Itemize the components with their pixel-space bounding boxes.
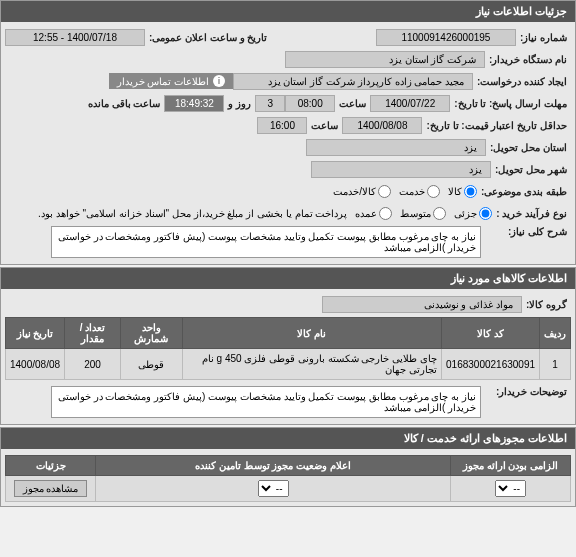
validity-date: 1400/08/08 <box>342 117 422 134</box>
purchase-type-label: نوع فرآیند خرید : <box>492 208 571 219</box>
radio-khadamat-input[interactable] <box>427 185 440 198</box>
col-code: کد کالا <box>442 318 540 349</box>
permit-status-select[interactable]: -- <box>258 480 289 497</box>
items-header: اطلاعات کالاهای مورد نیاز <box>1 268 575 289</box>
radio-omde-input[interactable] <box>379 207 392 220</box>
delivery-state: یزد <box>306 139 486 156</box>
col-qty: تعداد / مقدار <box>65 318 121 349</box>
cell-date: 1400/08/08 <box>6 349 65 380</box>
announce-label: تاریخ و ساعت اعلان عمومی: <box>145 32 271 43</box>
niaz-number-label: شماره نیاز: <box>516 32 571 43</box>
buyer-notes-text: نیاز به چای مرغوب مطابق پیوست تکمیل وتای… <box>51 386 481 418</box>
desc-label: شرح کلی نیاز: <box>481 226 571 237</box>
days-value: 3 <box>255 95 285 112</box>
permit-row: -- -- مشاهده مجوز <box>6 476 571 502</box>
permits-header: اطلاعات مجوزهای ارائه خدمت / کالا <box>1 428 575 449</box>
delivery-city-label: شهر محل تحویل: <box>491 164 571 175</box>
announce-value: 1400/07/18 - 12:55 <box>5 29 145 46</box>
radio-khadamat[interactable]: خدمت <box>399 185 440 198</box>
radio-khord-input[interactable] <box>479 207 492 220</box>
main-header: جزئیات اطلاعات نیاز <box>1 1 575 22</box>
delivery-city: یزد <box>311 161 491 178</box>
desc-text: نیاز به چای مرغوب مطابق پیوست تکمیل وتای… <box>51 226 481 258</box>
remaining-label: ساعت باقی مانده <box>84 98 165 109</box>
view-permit-button[interactable]: مشاهده مجوز <box>14 480 88 497</box>
radio-both-input[interactable] <box>378 185 391 198</box>
cell-name: چای طلایی خارجی شکسته بارونی قوطی فلزی 4… <box>182 349 441 380</box>
buyer-org-value: شرکت گاز استان یزد <box>285 51 485 68</box>
permits-header-row: الزامی بودن ارائه مجوز اعلام وضعیت مجوز … <box>6 456 571 476</box>
item-group-label: گروه کالا: <box>522 299 571 310</box>
cell-code: 0168300021630091 <box>442 349 540 380</box>
buyer-notes-label: توضیحات خریدار: <box>481 386 571 397</box>
validity-time: 16:00 <box>257 117 307 134</box>
radio-khord[interactable]: جزئی <box>454 207 492 220</box>
classification-radio-group: کالا خدمت کالا/خدمت <box>333 185 477 198</box>
items-table: ردیف کد کالا نام کالا واحد شمارش تعداد /… <box>5 317 571 380</box>
radio-motevasset-input[interactable] <box>433 207 446 220</box>
col-mandatory: الزامی بودن ارائه مجوز <box>451 456 571 476</box>
table-row: 1 0168300021630091 چای طلایی خارجی شکسته… <box>6 349 571 380</box>
permit-mandatory-select[interactable]: -- <box>495 480 526 497</box>
col-status: اعلام وضعیت مجوز توسط تامین کننده <box>96 456 451 476</box>
info-icon: i <box>213 75 225 87</box>
table-header-row: ردیف کد کالا نام کالا واحد شمارش تعداد /… <box>6 318 571 349</box>
purchase-radio-group: جزئی متوسط عمده <box>355 207 492 220</box>
contact-link-text: اطلاعات تماس خریدار <box>117 76 210 87</box>
cell-qty: 200 <box>65 349 121 380</box>
item-group-value: مواد غذائی و نوشیدنی <box>322 296 522 313</box>
radio-omde[interactable]: عمده <box>355 207 392 220</box>
purchase-note: پرداخت تمام یا بخشی از مبلغ خرید،از محل … <box>38 208 355 219</box>
cell-n: 1 <box>540 349 571 380</box>
radio-kala-input[interactable] <box>464 185 477 198</box>
radio-both[interactable]: کالا/خدمت <box>333 185 391 198</box>
contact-buyer-link[interactable]: i اطلاعات تماس خریدار <box>109 73 234 89</box>
niaz-number-value: 1100091426000195 <box>376 29 516 46</box>
col-details: جزئیات <box>6 456 96 476</box>
radio-kala[interactable]: کالا <box>448 185 477 198</box>
delivery-state-label: استان محل تحویل: <box>486 142 571 153</box>
validity-label: حداقل تاریخ اعتبار قیمت: تا تاریخ: <box>422 120 571 131</box>
deadline-time: 08:00 <box>285 95 335 112</box>
col-date: تاریخ نیاز <box>6 318 65 349</box>
deadline-time-label: ساعت <box>335 98 370 109</box>
days-label: روز و <box>224 98 255 109</box>
buyer-org-label: نام دستگاه خریدار: <box>485 54 571 65</box>
permit-status-cell: -- <box>96 476 451 502</box>
deadline-date: 1400/07/22 <box>370 95 450 112</box>
permit-details-cell: مشاهده مجوز <box>6 476 96 502</box>
col-unit: واحد شمارش <box>121 318 182 349</box>
cell-unit: قوطی <box>121 349 182 380</box>
deadline-label: مهلت ارسال پاسخ: تا تاریخ: <box>450 98 571 109</box>
col-row-num: ردیف <box>540 318 571 349</box>
permits-table: الزامی بودن ارائه مجوز اعلام وضعیت مجوز … <box>5 455 571 502</box>
requester-value: مجید حمامی زاده کارپرداز شرکت گاز استان … <box>233 73 473 90</box>
permit-mandatory-cell: -- <box>451 476 571 502</box>
remaining-time: 18:49:32 <box>164 95 224 112</box>
requester-label: ایجاد کننده درخواست: <box>473 76 571 87</box>
col-name: نام کالا <box>182 318 441 349</box>
radio-motevasset[interactable]: متوسط <box>400 207 446 220</box>
group-label: طبقه بندی موضوعی: <box>477 186 571 197</box>
validity-time-label: ساعت <box>307 120 342 131</box>
